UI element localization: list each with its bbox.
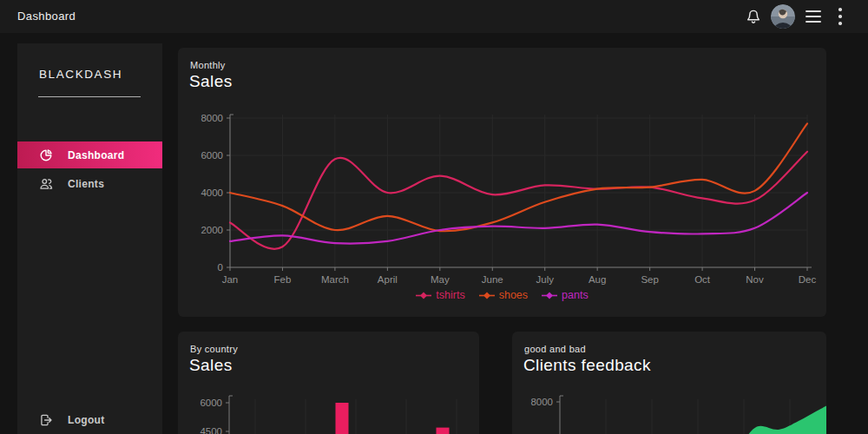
legend-label: tshirts — [436, 289, 464, 301]
svg-text:4000: 4000 — [201, 187, 223, 198]
more-options-icon[interactable] — [835, 8, 845, 25]
svg-text:0: 0 — [218, 262, 223, 273]
sidebar-item-label: Dashboard — [68, 149, 124, 161]
bell-icon[interactable] — [746, 9, 761, 24]
clients-feedback-card: good and bad Clients feedback 8000 — [512, 332, 826, 434]
clients-feedback-area-chart: 8000 — [512, 332, 826, 434]
line-series-pants — [230, 193, 807, 244]
svg-text:Oct: Oct — [694, 274, 711, 285]
svg-text:Dec: Dec — [799, 274, 817, 285]
svg-text:8000: 8000 — [530, 397, 553, 407]
monthly-sales-card: Monthly Sales 02000400060008000JanFebMar… — [178, 48, 826, 317]
monthly-sales-line-chart: 02000400060008000JanFebMarchAprilMayJune… — [178, 48, 826, 317]
svg-text:Sep: Sep — [641, 274, 658, 285]
svg-text:May: May — [431, 274, 450, 285]
svg-text:March: March — [321, 274, 349, 285]
line-series-shoes — [230, 123, 807, 231]
page-title: Dashboard — [17, 10, 76, 23]
bar-country-sales — [336, 403, 349, 434]
svg-text:Jan: Jan — [222, 274, 239, 285]
svg-text:4500: 4500 — [200, 426, 222, 434]
sidebar-item-clients[interactable]: Clients — [17, 170, 162, 197]
legend-item-shoes[interactable]: shoes — [479, 289, 528, 301]
brand-divider — [38, 96, 141, 97]
pie-chart-icon — [39, 148, 53, 162]
logout-button[interactable]: Logout — [17, 406, 162, 433]
legend-item-tshirts[interactable]: tshirts — [416, 289, 464, 301]
svg-text:June: June — [482, 274, 503, 285]
svg-text:July: July — [536, 274, 555, 285]
topbar: Dashboard — [0, 0, 868, 33]
users-icon — [39, 177, 53, 191]
logout-icon — [39, 413, 53, 427]
legend-label: shoes — [499, 289, 528, 301]
country-sales-card: By country Sales 60004500 — [178, 332, 479, 434]
sidebar-item-dashboard[interactable]: Dashboard — [17, 141, 162, 168]
legend-marker-icon — [479, 292, 495, 299]
avatar-photo — [771, 4, 795, 29]
legend-label: pants — [562, 289, 589, 301]
sidebar: BLACKDASH Dashboard Clients Logout — [17, 43, 162, 434]
legend-marker-icon — [416, 292, 431, 299]
legend-item-pants[interactable]: pants — [542, 289, 589, 301]
area-feedback-good — [727, 405, 826, 434]
svg-text:6000: 6000 — [200, 398, 222, 408]
brand-logo: BLACKDASH — [39, 68, 122, 81]
bar-country-sales — [437, 428, 450, 434]
svg-text:Nov: Nov — [746, 274, 764, 285]
legend-marker-icon — [542, 292, 557, 299]
chart-legend: tshirtsshoespants — [178, 289, 826, 301]
svg-text:2000: 2000 — [201, 225, 223, 235]
svg-text:6000: 6000 — [201, 150, 223, 161]
svg-text:8000: 8000 — [201, 113, 223, 123]
sidebar-item-label: Clients — [68, 178, 104, 190]
svg-text:Aug: Aug — [589, 274, 606, 285]
menu-icon[interactable] — [806, 10, 821, 23]
app-root: Dashboard BLACKDASH — [0, 0, 868, 434]
country-sales-bar-chart: 60004500 — [178, 332, 479, 434]
user-avatar[interactable] — [771, 4, 795, 29]
logout-label: Logout — [68, 414, 104, 426]
svg-text:April: April — [378, 274, 398, 285]
svg-text:Feb: Feb — [274, 274, 292, 285]
